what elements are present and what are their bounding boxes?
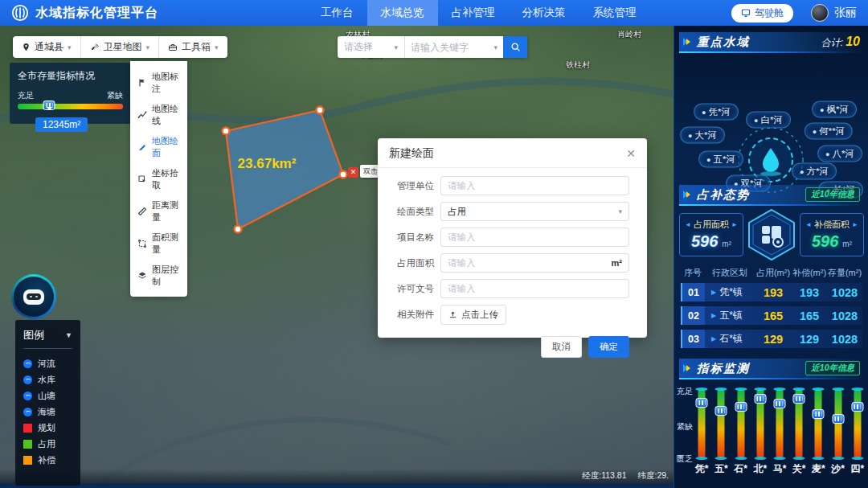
legend-item-label: 规划 xyxy=(38,422,55,434)
gauge-label: 四* xyxy=(851,462,865,476)
river-pill-6[interactable]: ●八*河 xyxy=(817,146,862,162)
gauge-3: 北* xyxy=(751,389,769,476)
longitude-readout: 经度:113.81 xyxy=(582,470,626,482)
gauge-label: 麦* xyxy=(812,462,825,476)
toolbox-item-label: 地图标注 xyxy=(152,71,180,95)
山塘-icon xyxy=(23,392,32,400)
river-pill-0[interactable]: ●凭*河 xyxy=(694,104,739,121)
drawn-polygon[interactable]: 23.67km² xyxy=(223,107,347,233)
field-3-input[interactable] xyxy=(448,258,612,268)
legend-item-label: 补偿 xyxy=(38,454,55,466)
gauge-label: 关* xyxy=(792,462,806,476)
gauge-marker[interactable] xyxy=(715,406,727,416)
gauge-2: 石* xyxy=(732,389,750,476)
topbar-right: 驾驶舱 张丽 xyxy=(731,0,857,26)
toolbox-item-5[interactable]: 面积测量 xyxy=(130,228,187,260)
table-row-2[interactable]: 03▶石*镇1291291028 xyxy=(681,330,862,348)
nav-item-2[interactable]: 占补管理 xyxy=(438,0,509,26)
legend-item-0[interactable]: 河流 xyxy=(23,355,72,371)
ai-assistant-button[interactable] xyxy=(11,274,56,319)
river-pill-1[interactable]: ●白*河 xyxy=(746,112,791,129)
region-selector[interactable]: 通城县▾ xyxy=(13,36,80,58)
field-0-input[interactable] xyxy=(448,181,622,191)
close-icon[interactable]: ✕ xyxy=(626,147,636,160)
village-label: 铁柱村 xyxy=(566,59,590,71)
search-button[interactable] xyxy=(503,36,527,58)
gauge-8: 四* xyxy=(849,389,866,476)
legend-item-5[interactable]: 占用 xyxy=(23,436,72,452)
user-menu[interactable]: 张丽 xyxy=(811,4,857,22)
legend-item-3[interactable]: 海塘 xyxy=(23,404,72,420)
search-category-select[interactable]: 请选择 ▾ xyxy=(338,36,405,58)
cancel-button[interactable]: 取消 xyxy=(541,336,582,358)
search-input-wrap: ▾ xyxy=(405,36,503,58)
river-pill-2[interactable]: ●枫*河 xyxy=(812,101,857,118)
gauge-marker[interactable] xyxy=(754,394,766,404)
section-balance: 占补态势 近10年信息 xyxy=(679,185,863,204)
toolbox-item-label: 距离测量 xyxy=(152,199,180,223)
river-name: 方*河 xyxy=(806,166,828,176)
field-label: 相关附件 xyxy=(386,309,440,321)
cockpit-button[interactable]: 驾驶舱 xyxy=(731,4,793,23)
gauge-marker[interactable] xyxy=(813,409,825,419)
row-stock: 1028 xyxy=(827,286,862,299)
basemap-selector[interactable]: 卫星地图▾ xyxy=(80,36,159,58)
legend-item-label: 河流 xyxy=(38,358,55,370)
polyline-icon xyxy=(137,110,147,120)
toolbox-item-4[interactable]: 距离测量 xyxy=(130,195,187,228)
balance-hexagon-icon xyxy=(745,208,798,261)
toolbox-item-2[interactable]: 地图绘面 xyxy=(130,131,187,163)
river-pill-3[interactable]: ●大*河 xyxy=(680,127,725,144)
river-pill-5[interactable]: ●五*河 xyxy=(698,151,743,168)
toolbox-item-6[interactable]: 图层控制 xyxy=(130,260,187,292)
search-input[interactable] xyxy=(411,42,485,53)
table-row-0[interactable]: 01▶凭*镇1931931028 xyxy=(681,283,862,301)
toolbox-item-0[interactable]: 地图标注 xyxy=(130,67,187,99)
legend-item-label: 山塘 xyxy=(38,390,55,402)
bullet-icon: ● xyxy=(813,128,817,136)
river-name: 大*河 xyxy=(694,130,716,140)
collapse-icon[interactable]: ▼ xyxy=(65,331,72,339)
row-index: 01 xyxy=(681,283,705,301)
nav-item-3[interactable]: 分析决策 xyxy=(509,0,579,26)
stock-slider-handle[interactable] xyxy=(43,100,55,110)
field-label: 管理单位 xyxy=(386,180,440,192)
toolbox-toggle[interactable]: 工具箱▾ xyxy=(158,36,227,58)
occupied-unit: m² xyxy=(722,240,731,248)
gauge-marker[interactable] xyxy=(793,394,805,404)
legend-item-6[interactable]: 补偿 xyxy=(23,452,72,468)
basemap-label: 卫星地图 xyxy=(104,40,142,54)
gauge-bar xyxy=(834,389,841,458)
gauge-5: 关* xyxy=(790,389,808,476)
upload-button[interactable]: 点击上传 xyxy=(440,305,506,325)
nav-item-0[interactable]: 工作台 xyxy=(307,0,367,26)
map-footer-strip xyxy=(0,483,674,488)
upload-icon xyxy=(448,310,457,319)
海塘-icon xyxy=(23,408,32,416)
table-row-1[interactable]: 02▶五*镇1651651028 xyxy=(681,306,862,325)
legend-item-4[interactable]: 规划 xyxy=(23,420,72,436)
stock-scale-right: 紧缺 xyxy=(107,90,123,101)
field-2-input-wrap xyxy=(440,228,629,247)
gauge-marker[interactable] xyxy=(851,402,863,412)
gauge-marker[interactable] xyxy=(832,414,844,424)
gauge-marker[interactable] xyxy=(735,402,747,412)
toolbox-item-1[interactable]: 地图绘线 xyxy=(130,99,187,131)
river-name: 八*河 xyxy=(832,149,854,158)
field-2-input[interactable] xyxy=(448,232,622,242)
legend-item-1[interactable]: 水库 xyxy=(23,371,72,388)
field-4-input[interactable] xyxy=(448,284,622,293)
confirm-button[interactable]: 确定 xyxy=(588,336,629,358)
nav-item-4[interactable]: 系统管理 xyxy=(579,0,650,26)
gauge-marker[interactable] xyxy=(696,398,708,408)
app-title: 水域指标化管理平台 xyxy=(35,5,158,22)
nav-item-1[interactable]: 水域总览 xyxy=(367,0,438,26)
gauge-marker[interactable] xyxy=(773,399,785,408)
field-1-select[interactable]: 占用▾ xyxy=(440,202,629,221)
river-name: 白*河 xyxy=(760,115,782,125)
legend-item-2[interactable]: 山塘 xyxy=(23,388,72,404)
river-pill-8[interactable]: ●方*河 xyxy=(792,163,837,180)
river-pill-4[interactable]: ●何**河 xyxy=(805,123,853,140)
toolbox-item-3[interactable]: 坐标拾取 xyxy=(130,163,187,195)
polygon-delete-icon[interactable]: ✕ xyxy=(348,167,358,178)
